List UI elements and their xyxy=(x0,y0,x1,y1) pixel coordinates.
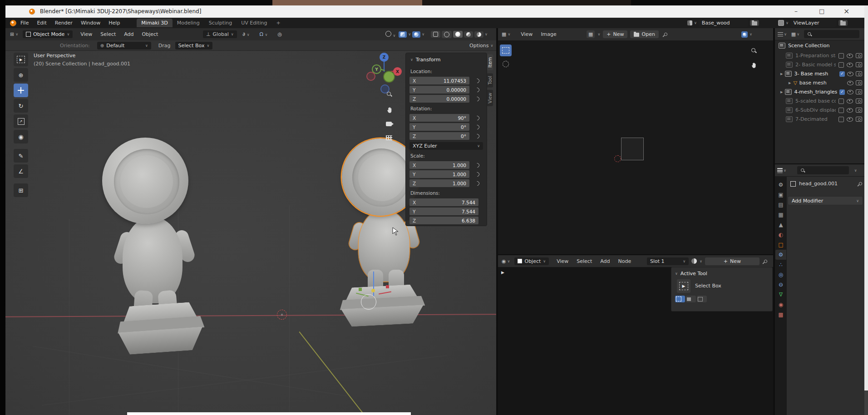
animate-icon[interactable] xyxy=(474,133,480,139)
outliner-row-8[interactable]: 7-Decimated xyxy=(786,116,862,122)
tool-mode-subtract-button[interactable] xyxy=(697,296,707,302)
expand-icon[interactable]: ▶ xyxy=(780,72,783,76)
xray-toggle[interactable] xyxy=(431,31,440,38)
dimensions-z-field[interactable]: Z6.638 xyxy=(409,217,478,224)
scale-tool[interactable]: ↗ xyxy=(14,114,28,128)
tab-render-properties[interactable]: ▣ xyxy=(775,190,786,200)
animate-icon[interactable] xyxy=(474,180,480,187)
annotate-tool[interactable]: ✎ xyxy=(14,149,28,163)
animate-icon[interactable] xyxy=(474,124,480,130)
properties-search-field[interactable] xyxy=(797,166,849,174)
rotation-x-field[interactable]: X90° xyxy=(409,114,469,122)
image-cursor-tool[interactable] xyxy=(500,58,512,70)
eye-icon[interactable] xyxy=(847,117,853,122)
tab-constraints-properties[interactable]: ⊖ xyxy=(775,280,786,290)
render-camera-icon[interactable] xyxy=(856,71,862,76)
scale-x-field[interactable]: X1.000 xyxy=(409,161,469,169)
overlays-button[interactable] xyxy=(412,31,420,38)
outliner-row-7[interactable]: 6-SubDiv displace xyxy=(786,107,862,113)
location-y-field[interactable]: Y0.00000 xyxy=(409,86,469,94)
dimensions-x-field[interactable]: X7.544 xyxy=(409,198,478,206)
tab-viewlayer-properties[interactable]: ▦ xyxy=(775,210,786,220)
snap-toggle[interactable]: Ω ∨ xyxy=(256,31,272,37)
menu-window[interactable]: Window xyxy=(77,20,104,26)
nav-gizmo-minus-x[interactable] xyxy=(366,72,375,81)
cursor-tool[interactable]: ⊕ xyxy=(14,68,28,82)
chevron-down-icon[interactable]: ∨ xyxy=(854,168,857,173)
eye-icon[interactable] xyxy=(847,81,853,85)
workspace-tab-sculpting[interactable]: Sculpting xyxy=(204,19,237,27)
tab-item[interactable]: Item xyxy=(487,54,493,70)
new-viewlayer-button[interactable] xyxy=(838,20,848,26)
image-browse-icon[interactable]: ▦ xyxy=(587,30,595,38)
outliner-row-6[interactable]: 5-scaled base colo xyxy=(786,98,862,104)
tab-texture-properties[interactable]: ▩ xyxy=(775,310,786,320)
editor-type-shader-icon[interactable]: ◉ xyxy=(502,258,506,264)
tab-particles-properties[interactable]: ∴ xyxy=(775,260,786,270)
options-dropdown[interactable]: Options ∨ xyxy=(469,43,493,49)
scale-y-field[interactable]: Y1.000 xyxy=(409,170,469,178)
animate-icon[interactable] xyxy=(474,87,480,93)
outliner-row-4-child[interactable]: ▶ ▽ base mesh xyxy=(789,80,862,86)
viewport-menu-select[interactable]: Select xyxy=(96,31,120,37)
add-modifier-dropdown[interactable]: Add Modifier ∨ xyxy=(788,196,863,205)
outliner-root-row[interactable]: Scene Collection xyxy=(779,43,829,49)
render-camera-icon[interactable] xyxy=(856,108,862,113)
image-open-button[interactable]: Open xyxy=(630,30,658,38)
image-new-button[interactable]: +New xyxy=(603,30,627,38)
outliner-row-1[interactable]: 1-Preparation sta xyxy=(786,53,862,59)
tab-view[interactable]: View xyxy=(487,90,493,106)
workspace-tab-mimaki-3d[interactable]: Mimaki 3D xyxy=(137,19,172,27)
shading-wireframe-button[interactable] xyxy=(442,31,452,38)
shading-rendered-button[interactable] xyxy=(474,31,483,38)
pin-icon[interactable] xyxy=(763,259,768,263)
rotation-z-field[interactable]: Z0° xyxy=(409,132,469,140)
chevron-down-icon[interactable]: ∨ xyxy=(750,32,752,36)
outliner-row-3[interactable]: ▶ 3- Base mesh ✓ xyxy=(780,71,862,77)
dimensions-y-field[interactable]: Y7.544 xyxy=(409,208,478,215)
rotation-mode-dropdown[interactable]: XYZ Euler ∨ xyxy=(409,142,483,150)
render-camera-icon[interactable] xyxy=(856,62,862,67)
exclude-checkbox[interactable] xyxy=(838,108,844,113)
divider[interactable] xyxy=(773,28,775,415)
animate-icon[interactable] xyxy=(474,96,480,102)
menu-edit[interactable]: Edit xyxy=(33,20,50,26)
shader-menu-node[interactable]: Node xyxy=(614,258,636,264)
eye-icon[interactable] xyxy=(847,54,853,58)
tab-tool[interactable]: Tool xyxy=(487,73,493,87)
rotate-tool[interactable]: ↻ xyxy=(14,99,28,113)
tab-tool-properties[interactable]: ⚙ xyxy=(775,180,786,190)
pin-icon[interactable] xyxy=(858,182,863,186)
eye-icon[interactable] xyxy=(847,108,853,113)
viewport-menu-object[interactable]: Object xyxy=(138,31,163,37)
add-cube-tool[interactable]: ⊞ xyxy=(14,183,28,197)
animate-icon[interactable] xyxy=(474,115,480,121)
tab-physics-properties[interactable]: ◎ xyxy=(775,270,786,280)
editor-type-image-icon[interactable]: ▦ xyxy=(502,31,506,37)
shader-menu-select[interactable]: Select xyxy=(572,258,596,264)
expand-icon[interactable]: ▶ xyxy=(789,81,791,85)
proportional-edit-toggle[interactable]: ◎ xyxy=(273,31,286,37)
image-select-box-tool[interactable] xyxy=(500,44,512,56)
viewlayer-name[interactable]: ViewLayer xyxy=(790,19,837,27)
scene-selector[interactable]: ∨ Base_wood xyxy=(687,19,759,27)
nav-gizmo-z[interactable]: Z xyxy=(380,53,389,62)
outliner-row-2[interactable]: 2- Basic model sco xyxy=(786,62,862,68)
eye-icon[interactable] xyxy=(847,90,853,94)
active-tool-icon-tile[interactable]: ▶ xyxy=(677,279,690,293)
editor-type-outliner-icon[interactable] xyxy=(778,32,783,36)
exclude-checkbox[interactable] xyxy=(838,117,844,122)
divider[interactable] xyxy=(775,163,864,164)
transform-orientation-dropdown[interactable]: ⊥ Global ∨ xyxy=(203,30,237,38)
image-menu-image[interactable]: Image xyxy=(537,31,560,37)
image-pan-hand-icon[interactable] xyxy=(750,62,757,69)
viewport-pan-hand-icon[interactable] xyxy=(386,106,393,114)
shader-menu-add[interactable]: Add xyxy=(596,258,614,264)
new-scene-button[interactable] xyxy=(750,20,759,26)
panel-collapse-icon[interactable]: ∨ xyxy=(675,272,678,276)
animate-icon[interactable] xyxy=(474,78,480,84)
animate-icon[interactable] xyxy=(474,162,480,168)
workspace-tab-uv-editing[interactable]: UV Editing xyxy=(237,19,271,27)
maximize-button[interactable]: □ xyxy=(819,8,824,15)
exclude-checkbox[interactable] xyxy=(838,53,844,59)
